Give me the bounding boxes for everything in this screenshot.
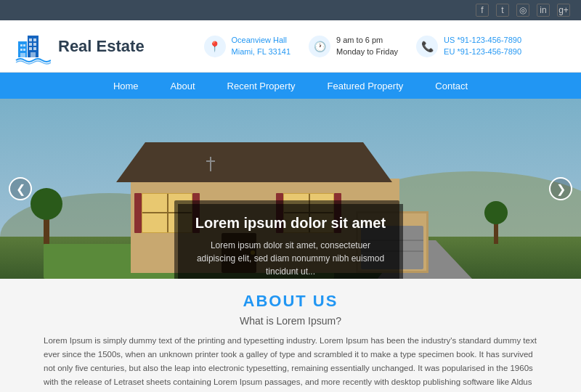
hero-next-button[interactable]: ❯ [549, 177, 572, 200]
svg-point-47 [484, 201, 508, 224]
hero-title: Lorem ipsum dolor sit amet [192, 215, 389, 232]
svg-rect-10 [33, 43, 36, 46]
about-body-text: Lorem Ipsum is simply dummy text of the … [44, 334, 537, 392]
clock-icon: 🕐 [309, 36, 330, 57]
nav-contact[interactable]: Contact [419, 73, 484, 99]
hero-overlay: Lorem ipsum dolor sit amet Lorem ipsum d… [178, 204, 403, 279]
svg-marker-22 [116, 142, 392, 182]
svg-rect-5 [20, 53, 25, 57]
hours-info: 🕐 9 am to 6 pm Monday to Friday [309, 35, 398, 57]
phone-text: US *91-123-456-7890 EU *91-123-456-7890 [444, 35, 521, 57]
svg-rect-2 [23, 44, 25, 46]
svg-rect-1 [20, 44, 23, 46]
svg-rect-9 [29, 43, 32, 46]
nav-featured-property[interactable]: Featured Property [312, 73, 420, 99]
linkedin-icon[interactable]: in [537, 4, 550, 17]
svg-rect-3 [20, 49, 23, 51]
nav-recent-property[interactable]: Recent Property [211, 73, 312, 99]
eu-phone-link[interactable]: EU *91-123-456-7890 [444, 47, 521, 56]
hours-text: 9 am to 6 pm Monday to Friday [336, 35, 398, 57]
arrow-left-icon: ❮ [16, 182, 25, 196]
instagram-icon[interactable]: ◎ [516, 4, 529, 17]
main-nav: Home About Recent Property Featured Prop… [0, 73, 581, 99]
arrow-right-icon: ❯ [556, 182, 566, 196]
facebook-icon[interactable]: f [476, 4, 489, 17]
nav-about[interactable]: About [155, 73, 211, 99]
about-title: ABOUT US [44, 292, 537, 311]
location-icon: 📍 [204, 36, 226, 57]
svg-rect-12 [33, 47, 36, 50]
hero-subtitle: Lorem ipsum dolor sit amet, consectetuer… [192, 239, 389, 278]
hero-section: Lorem ipsum dolor sit amet Lorem ipsum d… [0, 99, 581, 279]
googleplus-icon[interactable]: g+ [557, 4, 570, 17]
nav-home[interactable]: Home [97, 73, 155, 99]
logo-area: Real Estate [15, 28, 145, 65]
about-section: ABOUT US What is Lorem Ipsum? Lorem Ipsu… [0, 279, 581, 392]
header: Real Estate 📍 Oceanview Hall Miami, FL 3… [0, 20, 581, 73]
header-info: 📍 Oceanview Hall Miami, FL 33141 🕐 9 am … [159, 35, 566, 57]
svg-point-45 [31, 188, 62, 220]
svg-rect-7 [29, 38, 32, 41]
svg-rect-34 [134, 193, 142, 233]
hero-prev-button[interactable]: ❮ [9, 177, 32, 200]
about-subtitle: What is Lorem Ipsum? [44, 315, 537, 327]
svg-rect-13 [31, 52, 36, 57]
svg-rect-11 [29, 47, 32, 50]
us-phone-link[interactable]: US *91-123-456-7890 [444, 36, 521, 44]
top-bar: f t ◎ in g+ [0, 0, 581, 20]
location-text: Oceanview Hall Miami, FL 33141 [232, 35, 291, 57]
logo-icon [15, 28, 51, 65]
svg-rect-8 [33, 38, 36, 41]
location-link[interactable]: Oceanview Hall Miami, FL 33141 [232, 36, 291, 55]
phone-info: 📞 US *91-123-456-7890 EU *91-123-456-789… [416, 35, 521, 57]
twitter-icon[interactable]: t [496, 4, 509, 17]
logo-text: Real Estate [58, 37, 145, 56]
svg-rect-4 [23, 49, 25, 51]
location-info: 📍 Oceanview Hall Miami, FL 33141 [204, 35, 291, 57]
phone-icon: 📞 [416, 36, 438, 57]
